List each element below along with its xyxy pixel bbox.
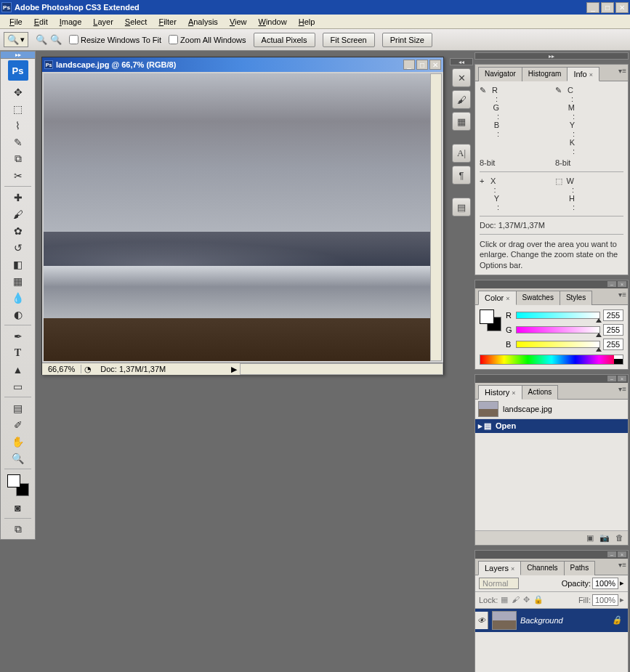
panel-minimize-icon[interactable]: –	[607, 376, 616, 381]
panel-close-icon[interactable]: ×	[618, 551, 626, 557]
resize-windows-checkbox[interactable]: Resize Windows To Fit	[69, 35, 161, 44]
quick-select-tool[interactable]: ✎	[9, 134, 27, 150]
panel-minimize-icon[interactable]: –	[607, 551, 616, 557]
tab-navigator[interactable]: Navigator	[478, 67, 522, 81]
doc-minimize-button[interactable]: _	[403, 60, 415, 70]
status-icon[interactable]: ◔	[81, 365, 94, 374]
blue-slider[interactable]	[516, 341, 600, 348]
panel-close-icon[interactable]: ×	[618, 376, 626, 381]
tab-histogram[interactable]: Histogram	[522, 67, 568, 81]
menu-view[interactable]: View	[224, 16, 253, 28]
ps-logo[interactable]: Ps	[8, 60, 28, 81]
dodge-tool[interactable]: ◐	[9, 307, 27, 322]
minimize-button[interactable]: _	[586, 2, 599, 13]
tab-history[interactable]: History×	[478, 385, 522, 400]
healing-brush-tool[interactable]: ✚	[9, 190, 27, 205]
blur-tool[interactable]: 💧	[9, 290, 27, 305]
tab-swatches[interactable]: Swatches	[516, 291, 560, 305]
opacity-slider-arrow[interactable]: ▸	[620, 578, 624, 588]
zoom-all-checkbox[interactable]: Zoom All Windows	[169, 35, 246, 44]
panel-menu-icon[interactable]: ▾≡	[618, 67, 626, 75]
new-snapshot-icon[interactable]: 📷	[599, 533, 610, 543]
panel-menu-icon[interactable]: ▾≡	[618, 385, 626, 393]
document-titlebar[interactable]: Ps landscape.jpg @ 66,7% (RGB/8) _ □ ✕	[42, 57, 443, 72]
menu-window[interactable]: Window	[253, 16, 293, 28]
doc-close-button[interactable]: ✕	[429, 60, 441, 70]
blue-value[interactable]: 255	[603, 339, 623, 350]
eraser-tool[interactable]: ◧	[9, 256, 27, 272]
notes-tool[interactable]: ▤	[9, 400, 27, 416]
brush-tool[interactable]: 🖌	[9, 206, 27, 222]
close-button[interactable]: ✕	[615, 2, 629, 13]
lasso-tool[interactable]: ⌇	[9, 118, 27, 133]
zoom-out-icon[interactable]: 🔍	[50, 34, 62, 45]
eyedropper-tool[interactable]: ✐	[9, 417, 27, 432]
toolbox-collapse-tab[interactable]: ▸▸	[0, 51, 36, 58]
type-tool[interactable]: T	[9, 345, 27, 360]
lock-paint-icon[interactable]: 🖌	[512, 595, 520, 604]
green-slider[interactable]	[516, 326, 600, 333]
menu-select[interactable]: Select	[119, 16, 153, 28]
shape-tool[interactable]: ▭	[9, 378, 27, 394]
color-preview[interactable]	[480, 309, 501, 331]
layer-visibility-toggle[interactable]: 👁	[475, 612, 488, 629]
menu-image[interactable]: Image	[54, 16, 88, 28]
foreground-swatch[interactable]	[480, 309, 494, 324]
dock-brushes-icon[interactable]: 🖌	[452, 90, 471, 109]
history-brush-tool[interactable]: ↺	[9, 240, 27, 255]
tool-preset-picker[interactable]: 🔍▾	[4, 32, 28, 47]
tab-color[interactable]: Color×	[478, 291, 517, 305]
path-select-tool[interactable]: ▲	[9, 362, 27, 377]
green-value[interactable]: 255	[603, 324, 623, 336]
menu-analysis[interactable]: Analysis	[182, 16, 224, 28]
lock-all-icon[interactable]: 🔒	[533, 595, 544, 604]
red-slider[interactable]	[516, 312, 600, 319]
quick-mask-toggle[interactable]: ◙	[9, 500, 27, 515]
tab-channels[interactable]: Channels	[520, 561, 564, 575]
blend-mode-select[interactable]: Normal	[479, 578, 519, 589]
document-canvas[interactable]	[42, 72, 443, 363]
zoom-tool[interactable]: 🔍	[9, 450, 27, 466]
fill-input[interactable]: 100%	[592, 594, 618, 606]
fit-screen-button[interactable]: Fit Screen	[323, 33, 375, 47]
panel-minimize-icon[interactable]: –	[607, 281, 616, 287]
doc-maximize-button[interactable]: □	[416, 60, 428, 70]
close-icon[interactable]: ×	[512, 389, 515, 397]
zoom-level[interactable]: 66,67%	[42, 365, 81, 373]
dock-clone-source-icon[interactable]: ▦	[452, 112, 471, 131]
tab-styles[interactable]: Styles	[560, 291, 592, 305]
lock-position-icon[interactable]: ✥	[523, 595, 530, 604]
tab-info[interactable]: Info×	[567, 67, 599, 81]
red-value[interactable]: 255	[603, 309, 623, 321]
horizontal-scrollbar[interactable]	[240, 363, 443, 375]
tab-layers[interactable]: Layers×	[478, 561, 521, 575]
slice-tool[interactable]: ✂	[9, 168, 27, 183]
gradient-tool[interactable]: ▦	[9, 273, 27, 288]
close-icon[interactable]: ×	[589, 71, 593, 78]
delete-state-icon[interactable]: 🗑	[615, 533, 623, 543]
menu-edit[interactable]: Edit	[28, 16, 54, 28]
screen-mode-toggle[interactable]: ⧉	[9, 522, 27, 537]
panel-menu-icon[interactable]: ▾≡	[618, 561, 626, 569]
color-spectrum[interactable]	[480, 355, 623, 365]
document-info[interactable]: Doc: 1,37M/1,37M	[94, 365, 228, 373]
zoom-in-icon[interactable]: 🔍	[36, 34, 47, 45]
panel-menu-icon[interactable]: ▾≡	[618, 291, 626, 299]
menu-filter[interactable]: Filter	[153, 16, 182, 28]
fill-slider-arrow[interactable]: ▸	[620, 595, 624, 604]
history-step-open[interactable]: ▸▤ Open	[475, 419, 628, 433]
new-doc-from-state-icon[interactable]: ▣	[586, 533, 594, 543]
dock-paragraph-icon[interactable]: ¶	[452, 166, 471, 185]
marquee-tool[interactable]: ⬚	[9, 101, 27, 116]
opacity-input[interactable]: 100%	[592, 578, 618, 589]
tab-paths[interactable]: Paths	[564, 561, 596, 575]
history-snapshot[interactable]: landscape.jpg	[475, 400, 628, 419]
status-menu-arrow[interactable]: ▶	[228, 365, 240, 374]
close-icon[interactable]: ×	[506, 295, 509, 302]
dock-collapse-tab[interactable]: ◂◂	[450, 58, 473, 65]
print-size-button[interactable]: Print Size	[382, 33, 432, 47]
crop-tool[interactable]: ⧉	[9, 151, 27, 166]
actual-pixels-button[interactable]: Actual Pixels	[254, 33, 315, 47]
menu-help[interactable]: Help	[293, 16, 321, 28]
tab-actions[interactable]: Actions	[522, 385, 559, 400]
